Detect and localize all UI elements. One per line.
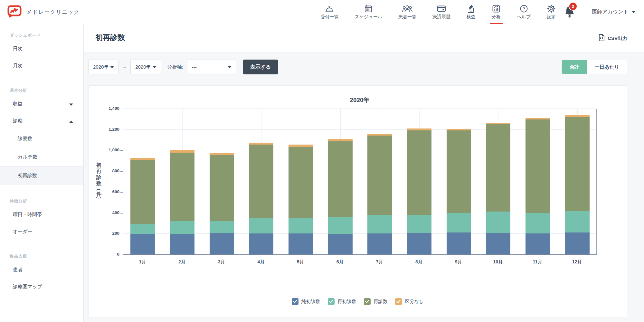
y-tick-mark — [120, 150, 123, 151]
y-tick-label: 0 — [89, 252, 119, 257]
total-per-day-toggle: 合計一日あたり — [562, 60, 627, 74]
y-tick-label: 800 — [89, 168, 119, 173]
sidebar-item-label: カルテ数 — [18, 154, 37, 159]
x-tick-label: 8月 — [399, 259, 439, 265]
bar-segment — [367, 215, 392, 234]
notification-badge: 2 — [569, 2, 577, 11]
legend-checkbox-checked-icon[interactable] — [328, 298, 335, 305]
bar-segment — [130, 234, 155, 254]
nav-item-patients[interactable]: 患者一覧 — [398, 0, 417, 24]
sidebar: ダッシュボード日次月次基本分析収益診察診察数カルテ数初再診数特徴分析曜日・時間帯… — [0, 24, 84, 322]
legend-checkbox-checked-icon[interactable] — [364, 298, 371, 305]
bar-segment — [565, 232, 590, 254]
year-from-select[interactable]: 2020年 — [88, 60, 118, 74]
reception-bell-icon — [325, 4, 334, 13]
bar-9月[interactable] — [447, 129, 471, 254]
analysis-axis-select[interactable]: --- — [187, 60, 236, 74]
bar-segment — [447, 130, 471, 213]
gridline — [123, 109, 596, 109]
sidebar-item[interactable]: カルテ数 — [0, 148, 83, 166]
bar-11月[interactable] — [526, 118, 550, 254]
y-tick-mark — [120, 171, 123, 172]
sidebar-item[interactable]: 診察 — [0, 112, 83, 129]
legend-label: 再初診数 — [337, 298, 356, 305]
bar-7月[interactable] — [367, 134, 392, 254]
legend-item[interactable]: 純初診数 — [292, 298, 320, 305]
bar-segment — [407, 130, 431, 215]
sidebar-item[interactable]: 診察数 — [0, 129, 83, 148]
bar-segment — [130, 160, 155, 223]
csv-export-button[interactable]: CSV出力 — [598, 34, 627, 43]
toggle-option[interactable]: 合計 — [562, 60, 587, 74]
nav-item-payment-card[interactable]: 決済履歴 — [432, 0, 451, 24]
nav-item-reception-bell[interactable]: 受付一覧 — [320, 0, 339, 24]
title-bar: 初再診数 CSV出力 — [84, 24, 644, 52]
y-axis-title-char: 診 — [96, 174, 101, 180]
nav-item-analytics[interactable]: 分析 — [491, 0, 501, 24]
show-button[interactable]: 表示する — [243, 60, 278, 74]
legend-item[interactable]: 再初診数 — [328, 298, 356, 305]
bar-segment — [328, 141, 353, 217]
bar-4月[interactable] — [249, 143, 273, 254]
bar-1月[interactable] — [130, 158, 155, 254]
nav-item-calendar[interactable]: スケジュール — [354, 0, 383, 24]
year-to-select[interactable]: 2020年 — [130, 60, 161, 74]
sidebar-item-label: 初再診数 — [18, 173, 37, 178]
patients-icon — [402, 4, 413, 13]
sidebar-item[interactable]: 初再診数 — [0, 166, 83, 185]
notifications-button[interactable]: 2 — [558, 0, 581, 24]
nav-item-gear[interactable]: 設定 — [546, 0, 556, 24]
legend-label: 純初診数 — [301, 298, 320, 305]
bar-12月[interactable] — [565, 115, 590, 254]
toggle-option[interactable]: 一日あたり — [587, 60, 627, 74]
y-tick-mark — [120, 192, 123, 193]
nav-item-label: ヘルプ — [517, 14, 531, 20]
bar-segment — [565, 211, 590, 232]
axis-value: --- — [192, 64, 197, 70]
logo-block[interactable]: メドレークリニック — [7, 0, 80, 24]
sidebar-item[interactable]: 収益 — [0, 95, 83, 112]
bar-8月[interactable] — [407, 128, 431, 254]
y-axis-title: 初再診数（件） — [96, 162, 101, 202]
y-tick-label: 400 — [89, 210, 119, 215]
legend-item[interactable]: 区分なし — [395, 298, 424, 305]
bar-segment — [328, 217, 353, 234]
legend-checkbox-checked-icon[interactable] — [395, 298, 402, 305]
nav-item-label: 分析 — [492, 14, 501, 20]
sidebar-section-title: ダッシュボード — [0, 33, 83, 40]
x-tick-label: 9月 — [439, 259, 478, 265]
sidebar-item-label: 診察数 — [18, 136, 32, 141]
x-tick-label: 10月 — [478, 259, 518, 265]
sidebar-item[interactable]: 診療圏マップ — [0, 278, 83, 295]
bar-2月[interactable] — [170, 150, 194, 254]
legend-item[interactable]: 再診数 — [364, 298, 388, 305]
sidebar-item-label: 月次 — [13, 63, 23, 68]
sidebar-item[interactable]: 日次 — [0, 40, 83, 57]
bar-segment — [486, 212, 510, 233]
clinic-logo-icon — [7, 5, 22, 20]
y-tick-mark — [120, 234, 123, 234]
nav-item-microscope[interactable]: 検査 — [466, 0, 476, 24]
sidebar-item[interactable]: 月次 — [0, 57, 83, 74]
bar-segment — [130, 224, 155, 234]
sidebar-item[interactable]: 患者 — [0, 261, 83, 278]
header-nav: 受付一覧スケジュール患者一覧決済履歴検査分析?ヘルプ設定 — [320, 0, 556, 24]
account-label: 医師アカウント — [592, 9, 629, 15]
nav-item-label: 患者一覧 — [398, 14, 416, 20]
bar-5月[interactable] — [289, 145, 313, 254]
bar-3月[interactable] — [210, 153, 234, 254]
sidebar-item[interactable]: オーダー — [0, 223, 83, 240]
bar-segment — [210, 221, 234, 233]
nav-item-help[interactable]: ?ヘルプ — [516, 0, 531, 24]
x-tick-label: 2月 — [162, 259, 202, 265]
sidebar-item[interactable]: 曜日・時間帯 — [0, 206, 83, 223]
account-menu-button[interactable]: 医師アカウント — [589, 0, 638, 24]
x-tick-label: 5月 — [281, 259, 320, 265]
bar-10月[interactable] — [486, 123, 510, 254]
bar-segment — [486, 233, 510, 254]
sidebar-section-title: 特徴分析 — [0, 198, 83, 206]
chevron-down-icon — [632, 11, 636, 13]
legend-checkbox-checked-icon[interactable] — [292, 298, 298, 305]
bar-6月[interactable] — [328, 139, 353, 254]
x-tick-label: 12月 — [557, 259, 597, 265]
